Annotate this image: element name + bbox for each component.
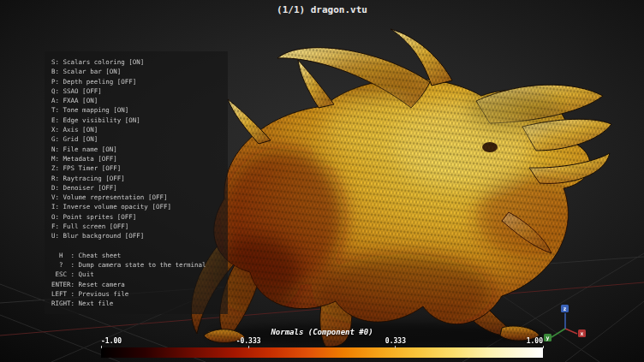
y-axis-line [552,329,565,337]
axes-widget: x y z [544,305,586,341]
scalar-bar-labels: -1.00-0.3330.3331.00 [101,337,543,346]
scalar-bar-tick [248,346,249,348]
cheat-sheet-line: P: Depth peeling [OFF] [51,77,221,86]
cheat-sheet-line: ESC : Quit [51,270,221,279]
x-axis-line [565,329,577,334]
cheat-sheet-line: Q: SSAO [OFF] [51,86,221,96]
cheat-sheet-line: ENTER: Reset camera [51,280,221,289]
cheat-sheet-line: E: Edge visibility [ON] [51,116,221,125]
cheat-sheet-line: O: Point sprites [OFF] [51,212,221,222]
cheat-sheet-line: F: Full screen [OFF] [51,222,221,231]
z-axis-label: z [564,306,567,312]
cheat-sheet-line: U: Blur background [OFF] [51,231,221,240]
cheat-sheet-line: M: Metadata [OFF] [51,154,221,163]
y-axis-label: y [546,335,550,341]
scalar-bar-tick-label: -0.333 [236,337,261,345]
viewport[interactable]: x y z (1/1) dragon.vtu S: Scalars colori… [0,0,644,362]
cheat-sheet-line: S: Scalars coloring [ON] [51,57,221,67]
file-name-text: (1/1) dragon.vtu [0,4,644,15]
scalar-bar-tick-label: 0.333 [385,337,406,345]
cheat-sheet-line: A: FXAA [ON] [51,96,221,105]
scalar-bar-tick [395,346,396,348]
cheat-sheet-line: N: File name [ON] [51,145,221,154]
x-axis-label: x [581,330,584,337]
cheat-sheet-line: ? : Dump camera state to the terminal [51,260,221,270]
cheat-sheet-line: D: Denoiser [OFF] [51,183,221,193]
cheat-sheet-line: LEFT : Previous file [51,289,221,299]
cheat-sheet-line: H : Cheat sheet [51,251,221,260]
scalar-bar-title: Normals (Component #0) [101,328,543,336]
cheat-sheet-line: Z: FPS Timer [OFF] [51,163,221,173]
cheat-sheet-line: G: Grid [ON] [51,134,221,144]
cheat-sheet-panel: S: Scalars coloring [ON]B: Scalar bar [O… [45,51,228,314]
cheat-sheet-line: X: Axis [ON] [51,125,221,134]
cheat-sheet-line: T: Tone mapping [ON] [51,105,221,115]
scalar-bar-tick-label: -1.00 [101,337,122,345]
cheat-sheet-actions: H : Cheat sheet ? : Dump camera state to… [51,251,221,309]
scalar-bar-tick [101,346,102,348]
cheat-sheet-toggles: S: Scalars coloring [ON]B: Scalar bar [O… [51,57,221,241]
cheat-sheet-line: R: Raytracing [OFF] [51,174,221,183]
cheat-sheet-line: V: Volume representation [OFF] [51,193,221,202]
cheat-sheet-line: B: Scalar bar [ON] [51,67,221,76]
cheat-sheet-line: I: Inverse volume opacity [OFF] [51,202,221,211]
cheat-sheet-line: RIGHT: Next file [51,299,221,308]
scalar-bar-tick [543,346,544,348]
scalar-bar-tick-label: 1.00 [527,337,543,345]
scalar-bar: Normals (Component #0) -1.00-0.3330.3331… [101,328,543,358]
scalar-bar-gradient [101,347,543,358]
